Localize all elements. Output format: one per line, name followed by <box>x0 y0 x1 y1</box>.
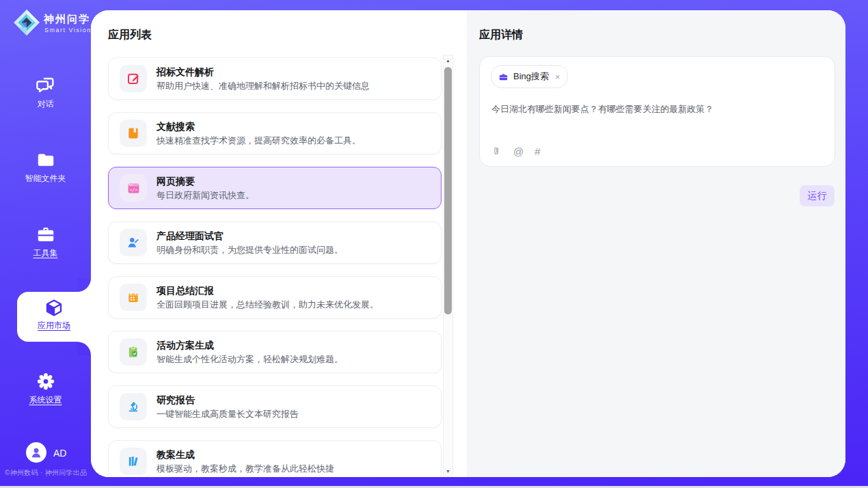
sidebar-item-label: 系统设置 <box>0 394 91 406</box>
app-card[interactable]: 产品经理面试官 明确身份和职责，为您提供专业性的面试问题。 <box>108 221 442 264</box>
cube-icon <box>44 298 64 318</box>
app-card-desc: 全面回顾项目进展，总结经验教训，助力未来优化发展。 <box>157 299 379 310</box>
person-icon <box>29 445 44 460</box>
app-card-desc: 帮助用户快速、准确地理解和解析招标书中的关键信息 <box>157 81 370 92</box>
app-list-panel: 应用列表 招标文件解析 帮助用户快速、准确地理解和解析招标书中的关键信息 文献搜… <box>91 10 467 477</box>
svg-text:</>: </> <box>129 187 137 191</box>
clipboard-check-icon <box>120 338 147 366</box>
brand-name: 神州问学 <box>44 13 90 26</box>
at-icon[interactable]: @ <box>513 146 524 157</box>
scrollbar-thumb[interactable] <box>444 67 452 314</box>
briefcase-icon <box>498 72 508 82</box>
copyright-text: ©神州数码 · 神州问学出品 <box>5 468 87 478</box>
app-card-desc: 模板驱动，教案秒成，教学准备从此轻松快捷 <box>157 463 334 474</box>
app-card[interactable]: 项目总结汇报 全面回顾项目进展，总结经验教训，助力未来优化发展。 <box>108 276 442 318</box>
app-card[interactable]: </> 网页摘要 每日政府新闻资讯快查。 <box>108 167 442 209</box>
books-icon <box>120 448 147 475</box>
plugin-tag[interactable]: Bing搜索 × <box>491 65 568 88</box>
app-card[interactable]: 招标文件解析 帮助用户快速、准确地理解和解析招标书中的关键信息 <box>108 57 442 100</box>
scroll-down-arrow[interactable]: ▼ <box>444 467 452 476</box>
sidebar-item-chat[interactable]: 对话 <box>0 75 91 110</box>
sidebar-item-smart-folder[interactable]: 智能文件夹 <box>0 150 91 185</box>
close-icon[interactable]: × <box>555 72 560 82</box>
chat-icon <box>36 75 56 96</box>
app-card-list: 招标文件解析 帮助用户快速、准确地理解和解析招标书中的关键信息 文献搜索 快速精… <box>108 57 442 477</box>
app-list-scrollbar[interactable]: ▲ ▼ <box>443 55 453 477</box>
app-card-title: 研究报告 <box>157 394 299 406</box>
app-card-title: 文献搜索 <box>157 121 361 133</box>
sidebar-item-label: 应用市场 <box>17 320 91 331</box>
app-card-desc: 一键智能生成高质量长文本研究报告 <box>157 409 299 420</box>
app-card-desc: 智能生成个性化活动方案，轻松解决规划难题。 <box>157 354 343 365</box>
app-card[interactable]: 活动方案生成 智能生成个性化活动方案，轻松解决规划难题。 <box>108 331 442 373</box>
browser-code-icon: </> <box>120 174 147 202</box>
app-list-title: 应用列表 <box>108 28 152 42</box>
book-icon <box>120 120 147 147</box>
app-card-desc: 每日政府新闻资讯快查。 <box>157 190 254 201</box>
paperclip-icon[interactable] <box>492 146 502 157</box>
prompt-card: Bing搜索 × 今日湖北有哪些新闻要点？有哪些需要关注的最新政策？ @ # <box>479 56 835 167</box>
app-card-title: 网页摘要 <box>157 176 254 187</box>
run-button[interactable]: 运行 <box>800 185 835 206</box>
brand-tagline: Smart Vision <box>44 27 92 33</box>
app-card[interactable]: 文献搜索 快速精准查找学术资源，提高研究效率的必备工具。 <box>108 112 442 154</box>
sidebar-item-label: 对话 <box>0 98 91 110</box>
avatar[interactable] <box>26 442 46 463</box>
app-card[interactable]: 教案生成 模板驱动，教案秒成，教学准备从此轻松快捷 <box>108 440 442 477</box>
app-detail-panel: 应用详情 Bing搜索 × 今日湖北有哪些新闻要点？有哪些需要关注的最新政策？ … <box>467 10 845 477</box>
sidebar-item-app-market[interactable]: 应用市场 <box>17 292 91 342</box>
app-card-desc: 明确身份和职责，为您提供专业性的面试问题。 <box>157 245 343 256</box>
interviewer-icon <box>120 229 147 256</box>
plugin-tag-label: Bing搜索 <box>513 70 549 83</box>
scroll-up-arrow[interactable]: ▲ <box>444 57 452 65</box>
app-card-title: 招标文件解析 <box>157 66 370 78</box>
diamond-logo-icon <box>12 8 41 37</box>
app-card[interactable]: 研究报告 一键智能生成高质量长文本研究报告 <box>108 385 442 428</box>
microscope-icon <box>120 393 147 420</box>
sidebar-item-settings[interactable]: 系统设置 <box>0 371 91 406</box>
prompt-toolbar: @ # <box>492 146 541 157</box>
toolbox-icon <box>36 224 56 245</box>
document-edit-icon <box>120 65 147 92</box>
folder-icon <box>36 150 56 170</box>
gear-icon <box>36 371 56 392</box>
app-card-title: 活动方案生成 <box>157 340 343 351</box>
brand-logo <box>12 8 41 37</box>
app-card-desc: 快速精准查找学术资源，提高研究效率的必备工具。 <box>157 135 361 146</box>
user-initials: AD <box>53 448 66 459</box>
hash-icon[interactable]: # <box>534 146 540 157</box>
app-card-title: 产品经理面试官 <box>157 230 343 242</box>
app-card-title: 教案生成 <box>157 449 334 461</box>
tab-curve-bottom <box>77 342 91 355</box>
sidebar-item-label: 工具集 <box>0 247 91 259</box>
app-detail-title: 应用详情 <box>479 28 523 42</box>
content-panel: 应用列表 招标文件解析 帮助用户快速、准确地理解和解析招标书中的关键信息 文献搜… <box>91 10 845 477</box>
calendar-report-icon <box>120 284 147 311</box>
tab-curve-top <box>77 278 91 292</box>
prompt-text[interactable]: 今日湖北有哪些新闻要点？有哪些需要关注的最新政策？ <box>491 103 822 116</box>
sidebar-item-toolset[interactable]: 工具集 <box>0 224 91 259</box>
app-card-title: 项目总结汇报 <box>157 285 379 297</box>
sidebar-item-label: 智能文件夹 <box>0 173 91 185</box>
